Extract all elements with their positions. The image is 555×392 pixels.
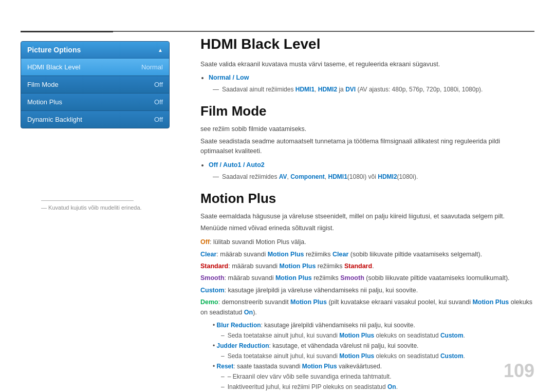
judder-sub-text: Seda toetatakse ainult juhul, kui suvand… [228,351,465,361]
hdmi-note-text: Saadaval ainult režiimides HDMI1, HDMI2 … [222,85,483,94]
footnote-text: ― Kuvatud kujutis võib mudeliti erineda. [41,204,142,211]
menu-title-arrow-icon: ▲ [158,47,163,53]
judder-text: : kasutage, et vähendada värelust nii pa… [269,342,419,349]
judder-label: Judder Reduction [217,342,269,349]
motion-demo-text: : demonstreerib suvandit Motion Plus (pi… [200,298,532,315]
film-body1: see režiim sobib filmide vaatamiseks. [200,124,534,134]
reset-sub1: – Ekraanil olev värv võib selle suvandig… [221,372,534,381]
blur-sub-text: Seda toetatakse ainult juhul, kui suvand… [228,331,465,340]
menu-title-bar: Picture Options ▲ [21,42,169,59]
menu-item-film-label: Film Mode [27,81,59,88]
hdmi-options-item: Normal / Low [209,72,534,83]
motion-off-text: : lülitab suvandi Motion Plus välja. [210,238,306,246]
menu-item-hdmi[interactable]: HDMI Black Level Normal [21,59,169,76]
hdmi-options-highlight: Normal / Low [209,74,249,81]
motion-demo-label: Demo [200,298,218,306]
hdmi-section-title: HDMI Black Level [200,36,534,52]
top-line-accent [21,31,113,32]
film-section-title: Film Mode [200,103,534,119]
reset-text: : saate taastada suvandi Motion Plus vai… [233,363,382,370]
motion-custom-text: : kasutage järelpildi ja väreluse vähend… [225,287,418,294]
motion-body1: Saate eemaldada hägususe ja väreluse sts… [200,212,534,221]
motion-custom-label: Custom [200,287,225,294]
reset-label: Reset [217,363,234,370]
motion-smooth-text: : määrab suvandi Motion Plus režiimiks S… [225,274,510,282]
motion-standard-label: Standard [200,263,228,270]
footnote-divider [41,200,134,201]
motion-clear-text: : määrab suvandi Motion Plus režiimiks C… [216,251,482,258]
motion-off-label: Off [200,238,210,246]
menu-item-film-value: Off [154,81,163,88]
motion-smooth-line: Smooth: määrab suvandi Motion Plus režii… [200,273,534,283]
blur-sub-note: Seda toetatakse ainult juhul, kui suvand… [221,331,534,340]
motion-smooth-label: Smooth [200,274,225,282]
menu-item-dynamic-label: Dynamic Backlight [27,116,82,123]
reset-item: • Reset: saate taastada suvandi Motion P… [213,362,534,371]
left-panel: Picture Options ▲ HDMI Black Level Norma… [21,41,175,128]
menu-title: Picture Options [27,46,81,54]
picture-options-menu: Picture Options ▲ HDMI Black Level Norma… [21,41,170,128]
menu-item-film[interactable]: Film Mode Off [21,76,169,94]
reset-sub2-text: Inaktiveeritud juhul, kui režiimi PIP ol… [228,382,398,391]
page-number: 109 [504,360,534,382]
hdmi-note: Saadaval ainult režiimides HDMI1, HDMI2 … [209,85,534,94]
reset-sub2: Inaktiveeritud juhul, kui režiimi PIP ol… [221,382,534,391]
menu-item-motion-value: Off [154,98,163,106]
judder-reduction-item: • Judder Reduction: kasutage, et vähenda… [213,341,534,350]
menu-item-dynamic[interactable]: Dynamic Backlight Off [21,111,169,128]
blur-label: Blur Reduction [217,322,261,329]
film-options-item: Off / Auto1 / Auto2 [209,160,534,170]
menu-item-motion-label: Motion Plus [27,98,62,106]
motion-demo-line: Demo: demonstreerib suvandit Motion Plus… [200,297,534,318]
menu-item-hdmi-value: Normal [141,63,163,71]
judder-sub-note: Seda toetatakse ainult juhul, kui suvand… [221,351,534,361]
film-options-highlight: Off / Auto1 / Auto2 [209,161,265,169]
film-note: Saadaval režiimides AV, Component, HDMI1… [209,172,534,181]
film-note-text: Saadaval režiimides AV, Component, HDMI1… [222,172,418,181]
menu-item-motion[interactable]: Motion Plus Off [21,94,169,111]
motion-clear-line: Clear: määrab suvandi Motion Plus režiim… [200,250,534,259]
blur-reduction-item: • Blur Reduction: kasutage järelpildi vä… [213,321,534,330]
motion-section-title: Motion Plus [200,191,534,207]
motion-body2: Menüüde nimed võivad erineda sõltuvalt r… [200,223,534,233]
motion-standard-line: Standard: määrab suvandi Motion Plus rež… [200,262,534,271]
blur-text: : kasutage järelpildi vähendamiseks nii … [261,322,415,329]
reset-sub1-text: – Ekraanil olev värv võib selle suvandig… [228,372,392,381]
right-content: HDMI Black Level Saate valida ekraanil k… [200,36,534,392]
film-body2: Saate seadistada seadme automaatselt tun… [200,137,534,157]
motion-clear-label: Clear [200,251,216,258]
menu-item-dynamic-value: Off [154,116,163,123]
menu-item-hdmi-label: HDMI Black Level [27,63,80,71]
motion-standard-text: : määrab suvandi Motion Plus režiimiks S… [228,263,374,270]
motion-custom-line: Custom: kasutage järelpildi ja väreluse … [200,286,534,295]
motion-off-line: Off: lülitab suvandi Motion Plus välja. [200,237,534,247]
hdmi-body1: Saate valida ekraanil kuvatava musta vär… [200,60,534,69]
